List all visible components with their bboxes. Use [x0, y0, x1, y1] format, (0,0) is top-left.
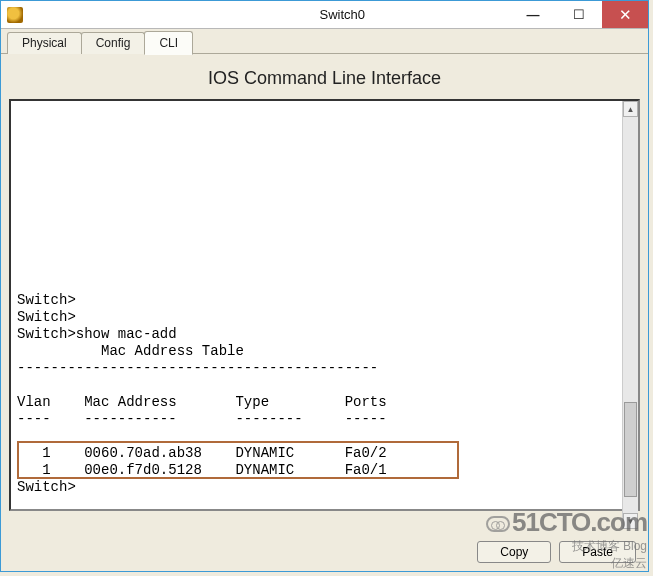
titlebar[interactable]: Switch0 — ☐ ✕ — [1, 1, 648, 29]
scroll-up-button[interactable]: ▲ — [623, 101, 638, 117]
scroll-down-button[interactable]: ▼ — [623, 513, 638, 529]
app-icon — [7, 7, 23, 23]
cli-panel: IOS Command Line Interface Switch> Switc… — [1, 54, 648, 571]
panel-title: IOS Command Line Interface — [9, 62, 640, 99]
scrollbar[interactable]: ▲ ▼ — [622, 101, 638, 529]
tab-config[interactable]: Config — [81, 32, 146, 54]
copy-button[interactable]: Copy — [477, 541, 551, 563]
tab-physical[interactable]: Physical — [7, 32, 82, 54]
scroll-track[interactable] — [623, 117, 638, 513]
tab-bar: Physical Config CLI — [1, 29, 648, 54]
minimize-button[interactable]: — — [510, 1, 556, 28]
window-title: Switch0 — [175, 1, 510, 28]
cli-terminal[interactable]: Switch> Switch> Switch>show mac-add Mac … — [9, 99, 640, 511]
tab-cli[interactable]: CLI — [144, 31, 193, 55]
maximize-button[interactable]: ☐ — [556, 1, 602, 28]
paste-button[interactable]: Paste — [559, 541, 636, 563]
app-window: Switch0 — ☐ ✕ Physical Config CLI IOS Co… — [0, 0, 649, 572]
scroll-thumb[interactable] — [624, 402, 637, 497]
close-button[interactable]: ✕ — [602, 1, 648, 28]
